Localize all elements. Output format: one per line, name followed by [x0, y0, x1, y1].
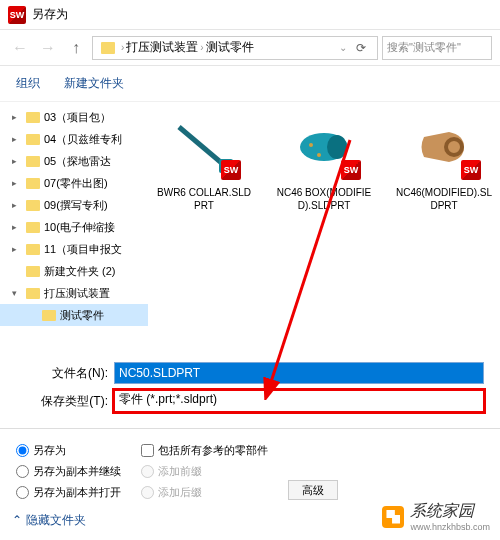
- file-item[interactable]: SWNC46(MODIFIED).SLDPRT: [394, 112, 494, 212]
- path-segment[interactable]: 测试零件: [206, 39, 254, 56]
- watermark-text: 系统家园: [410, 501, 490, 522]
- tree-label: 测试零件: [60, 308, 104, 323]
- chevron-down-icon[interactable]: ⌄: [339, 42, 347, 53]
- sw-badge-icon: SW: [461, 160, 481, 180]
- organize-button[interactable]: 组织: [16, 75, 40, 92]
- tree-label: 09(撰写专利): [44, 198, 108, 213]
- caret-icon: ▸: [12, 222, 22, 232]
- filetype-label: 保存类型(T):: [40, 393, 114, 410]
- tree-item[interactable]: ▸05（探地雷达: [0, 150, 148, 172]
- filename-input[interactable]: [114, 362, 484, 384]
- tree-item[interactable]: 新建文件夹 (2): [0, 260, 148, 282]
- watermark: 系统家园 www.hnzkhbsb.com: [382, 501, 490, 532]
- folder-icon: [26, 134, 40, 145]
- tree-label: 打压测试装置: [44, 286, 110, 301]
- file-item[interactable]: SWBWR6 COLLAR.SLDPRT: [154, 112, 254, 212]
- radio-save-copy-open[interactable]: 另存为副本并打开: [16, 485, 121, 500]
- caret-icon: ▸: [12, 134, 22, 144]
- caret-icon: ▸: [12, 200, 22, 210]
- file-grid: SWBWR6 COLLAR.SLDPRTSWNC46 BOX(MODIFIED)…: [148, 102, 500, 354]
- tree-item[interactable]: ▸07(零件出图): [0, 172, 148, 194]
- tree-item[interactable]: ▸03（项目包）: [0, 106, 148, 128]
- svg-point-5: [317, 153, 321, 157]
- filetype-dropdown[interactable]: 零件 (*.prt;*.sldprt): [114, 390, 484, 412]
- folder-icon: [101, 42, 115, 54]
- tree-label: 04（贝兹维专利: [44, 132, 122, 147]
- folder-icon: [26, 200, 40, 211]
- folder-icon: [26, 112, 40, 123]
- tree-label: 新建文件夹 (2): [44, 264, 116, 279]
- folder-icon: [42, 310, 56, 321]
- file-thumbnail: SW: [159, 112, 249, 182]
- tree-label: 03（项目包）: [44, 110, 111, 125]
- chevron-right-icon: ›: [200, 42, 203, 53]
- tree-item[interactable]: 测试零件: [0, 304, 148, 326]
- filename-label: 文件名(N):: [40, 365, 114, 382]
- file-thumbnail: SW: [399, 112, 489, 182]
- file-thumbnail: SW: [279, 112, 369, 182]
- caret-icon: ▸: [12, 178, 22, 188]
- svg-line-0: [179, 127, 224, 165]
- watermark-url: www.hnzkhbsb.com: [410, 522, 490, 532]
- chevron-right-icon: ›: [121, 42, 124, 53]
- nav-up-icon[interactable]: ↑: [64, 36, 88, 60]
- tree-item[interactable]: ▸11（项目申报文: [0, 238, 148, 260]
- folder-icon: [26, 288, 40, 299]
- tree-label: 05（探地雷达: [44, 154, 111, 169]
- file-name: NC46 BOX(MODIFIED).SLDPRT: [274, 186, 374, 212]
- window-title: 另存为: [32, 6, 68, 23]
- nav-back-icon[interactable]: ←: [8, 36, 32, 60]
- file-name: BWR6 COLLAR.SLDPRT: [154, 186, 254, 212]
- caret-icon: ▸: [12, 244, 22, 254]
- tree-item[interactable]: ▸10(电子伸缩接: [0, 216, 148, 238]
- tree-label: 11（项目申报文: [44, 242, 122, 257]
- search-placeholder: 搜索"测试零件": [387, 40, 461, 55]
- app-logo: SW: [8, 6, 26, 24]
- tree-item[interactable]: ▸09(撰写专利): [0, 194, 148, 216]
- checkbox-include-refs[interactable]: 包括所有参考的零部件: [141, 443, 268, 458]
- watermark-logo-icon: [382, 506, 404, 528]
- advanced-button[interactable]: 高级: [288, 480, 338, 500]
- radio-add-prefix: 添加前缀: [141, 464, 268, 479]
- tree-label: 07(零件出图): [44, 176, 108, 191]
- svg-point-3: [327, 135, 347, 159]
- tree-item[interactable]: ▾打压测试装置: [0, 282, 148, 304]
- folder-icon: [26, 178, 40, 189]
- tree-item[interactable]: ▸04（贝兹维专利: [0, 128, 148, 150]
- nav-forward-icon: →: [36, 36, 60, 60]
- new-folder-button[interactable]: 新建文件夹: [64, 75, 124, 92]
- hide-folders-button[interactable]: ⌃ 隐藏文件夹: [12, 512, 86, 529]
- file-item[interactable]: SWNC46 BOX(MODIFIED).SLDPRT: [274, 112, 374, 212]
- folder-icon: [26, 266, 40, 277]
- folder-tree: ▸03（项目包）▸04（贝兹维专利▸05（探地雷达▸07(零件出图)▸09(撰写…: [0, 102, 148, 354]
- caret-icon: ▸: [12, 156, 22, 166]
- folder-icon: [26, 244, 40, 255]
- refresh-icon[interactable]: ⟳: [349, 36, 373, 60]
- sw-badge-icon: SW: [221, 160, 241, 180]
- radio-save-copy-continue[interactable]: 另存为副本并继续: [16, 464, 121, 479]
- tree-label: 10(电子伸缩接: [44, 220, 115, 235]
- svg-point-4: [309, 143, 313, 147]
- folder-icon: [26, 156, 40, 167]
- path-segment[interactable]: 打压测试装置: [126, 39, 198, 56]
- radio-save-as[interactable]: 另存为: [16, 443, 121, 458]
- caret-icon: ▸: [12, 112, 22, 122]
- folder-icon: [26, 222, 40, 233]
- sw-badge-icon: SW: [341, 160, 361, 180]
- caret-icon: ▾: [12, 288, 22, 298]
- file-name: NC46(MODIFIED).SLDPRT: [394, 186, 494, 212]
- chevron-up-icon: ⌃: [12, 513, 22, 527]
- radio-add-suffix: 添加后缀: [141, 485, 268, 500]
- search-input[interactable]: 搜索"测试零件": [382, 36, 492, 60]
- breadcrumb[interactable]: › 打压测试装置 › 测试零件 ⌄ ⟳: [92, 36, 378, 60]
